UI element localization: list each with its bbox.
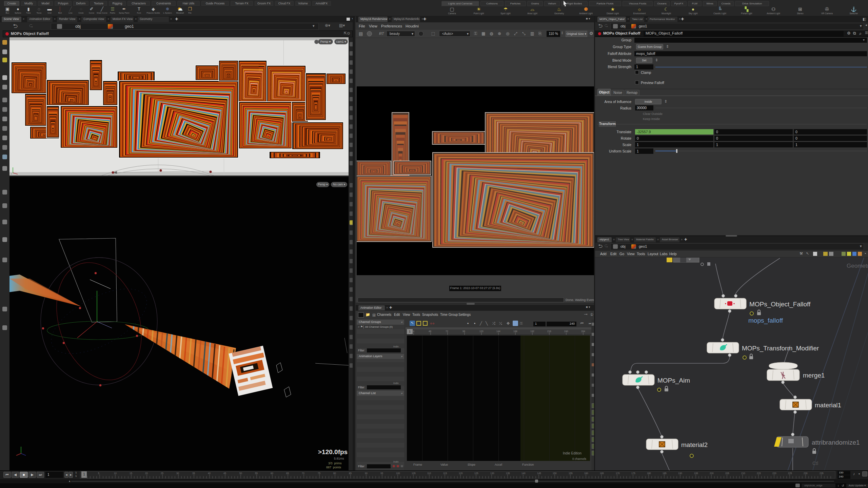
svg-text:135: 135	[506, 472, 510, 474]
svg-text:5: 5	[98, 472, 99, 474]
svg-text:Geometr: Geometr	[847, 263, 868, 269]
svg-text:55: 55	[255, 472, 258, 474]
svg-text:material2: material2	[681, 441, 708, 448]
svg-text:150: 150	[553, 472, 557, 474]
svg-text:120: 120	[459, 472, 463, 474]
svg-text:220: 220	[772, 472, 776, 474]
svg-text:125: 125	[474, 472, 478, 474]
svg-text:95: 95	[380, 472, 383, 474]
svg-text:45: 45	[223, 472, 226, 474]
svg-text:40: 40	[208, 472, 211, 474]
svg-text:200: 200	[710, 472, 714, 474]
svg-text:15: 15	[130, 472, 132, 474]
svg-text:Ctl: Ctl	[812, 461, 818, 466]
svg-text:mops_falloff: mops_falloff	[748, 317, 783, 324]
svg-text:155: 155	[569, 472, 573, 474]
svg-text:145: 145	[537, 472, 541, 474]
svg-text:130: 130	[490, 472, 494, 474]
svg-text:75: 75	[318, 472, 320, 474]
svg-text:100: 100	[396, 472, 400, 474]
svg-text:175: 175	[631, 472, 635, 474]
svg-text:215: 215	[757, 472, 761, 474]
svg-text:35: 35	[192, 472, 195, 474]
svg-text:MOPs_Object_Falloff: MOPs_Object_Falloff	[749, 301, 811, 308]
svg-text:50: 50	[239, 472, 242, 474]
svg-text:180: 180	[647, 472, 651, 474]
svg-text:105: 105	[412, 472, 416, 474]
svg-text:235: 235	[820, 472, 824, 474]
svg-text:attribrandomize1: attribrandomize1	[812, 439, 860, 446]
svg-text:10: 10	[114, 472, 117, 474]
svg-text:230: 230	[804, 472, 808, 474]
svg-text:170: 170	[616, 472, 620, 474]
svg-text:190: 190	[678, 472, 682, 474]
svg-text:material1: material1	[815, 402, 841, 409]
svg-text:80: 80	[333, 472, 336, 474]
svg-text:60: 60	[271, 472, 273, 474]
svg-text:225: 225	[788, 472, 792, 474]
svg-text:115: 115	[443, 472, 447, 474]
svg-text:185: 185	[663, 472, 667, 474]
svg-text:MOPs_Aim: MOPs_Aim	[657, 377, 690, 384]
svg-text:MOPs_Transform_Modifier: MOPs_Transform_Modifier	[742, 345, 819, 352]
svg-text:30: 30	[176, 472, 179, 474]
svg-text:110: 110	[427, 472, 431, 474]
svg-text:140: 140	[521, 472, 526, 474]
svg-text:195: 195	[694, 472, 698, 474]
svg-text:70: 70	[302, 472, 304, 474]
svg-text:90: 90	[365, 472, 368, 474]
svg-text:160: 160	[584, 472, 588, 474]
svg-text:65: 65	[286, 472, 289, 474]
svg-text:25: 25	[161, 472, 163, 474]
svg-text:165: 165	[600, 472, 604, 474]
svg-text:20: 20	[145, 472, 148, 474]
svg-text:85: 85	[349, 472, 352, 474]
svg-text:merge1: merge1	[803, 372, 825, 379]
svg-text:210: 210	[741, 472, 745, 474]
svg-text:205: 205	[725, 472, 729, 474]
